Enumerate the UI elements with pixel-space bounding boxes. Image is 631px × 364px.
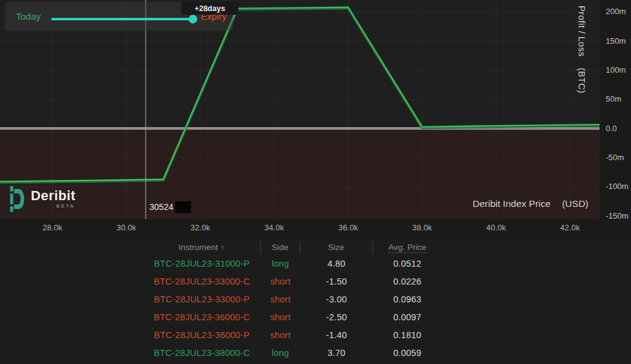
header-size[interactable]: Size [300,241,373,254]
y-tick-label: 200m [606,7,626,16]
header-avg-price[interactable]: Avg. Price [373,241,442,254]
x-tick-label: 42.0k [560,223,580,232]
header-side[interactable]: Side [261,241,300,254]
table-row[interactable]: BTC-28JUL23-38000-C long 3.70 0.0059 [143,344,442,362]
x-tick-label: 34.0k [264,223,284,232]
deribit-position-builder: { "slider": { "today_label": "Today", "e… [0,0,631,364]
brand-name: Deribit [31,189,75,203]
table-row[interactable]: BTC-28JUL23-31000-P long 4.80 0.0512 [143,254,442,272]
y-tick-label: 100m [606,65,626,75]
x-tick-label: 32.0k [190,223,210,232]
avg-price-cell: 0.0059 [373,348,442,358]
x-axis-title: Deribit Index Price (USD) [473,198,588,209]
deribit-watermark: Deribit BETA [6,186,75,212]
time-slider-track[interactable] [51,18,193,20]
side-cell: short [261,277,300,286]
time-slider-handle[interactable] [189,15,197,23]
deribit-logo-icon [6,186,26,212]
x-tick-label: 36.0k [338,223,358,232]
size-cell: 3.70 [300,348,373,358]
table-row[interactable]: BTC-28JUL23-33000-C short -1.50 0.0226 [143,272,442,290]
instrument-cell: BTC-28JUL23-33000-P [143,294,261,304]
beta-badge: BETA [56,203,75,209]
sort-asc-icon: ↑ [221,243,225,252]
x-tick-label: 40.0k [486,223,506,232]
pl-chart-area: 200m150m100m50m0.0-50m-100m-150m Profit … [0,0,631,219]
today-label: Today [16,11,41,22]
crosshair-price-readout: 30524 [149,201,191,213]
y-tick-label: 50m [606,94,621,103]
side-cell: long [261,348,300,358]
side-cell: short [261,330,300,340]
size-cell: 4.80 [300,259,373,269]
redacted-box [175,201,191,213]
avg-price-cell: 0.0097 [373,312,442,322]
avg-price-cell: 0.1810 [373,330,442,340]
y-tick-label: -100m [606,182,629,191]
instrument-cell: BTC-28JUL23-31000-P [143,259,261,269]
x-tick-label: 28.0k [43,223,62,232]
instrument-cell: BTC-28JUL23-38000-C [143,348,261,358]
instrument-cell: BTC-28JUL23-36000-C [143,312,261,322]
y-axis-unit: (BTC) [577,68,587,94]
x-tick-label: 30.0k [116,223,136,232]
crosshair-price-value: 30524 [149,202,173,212]
x-axis-unit: (USD) [562,198,588,209]
y-tick-label: 0.0 [606,124,617,133]
y-axis-title: Profit / Loss (BTC) [577,6,587,110]
size-cell: -1.50 [300,277,373,286]
avg-price-cell: 0.0963 [373,294,442,304]
table-row[interactable]: BTC-28JUL23-33000-P short -3.00 0.0963 [143,290,442,308]
x-axis-ticks: 28.0k30.0k32.0k34.0k36.0k38.0k40.0k42.0k [0,219,631,238]
time-slider-panel: Today Expiry +28days [5,2,233,31]
x-axis-label: Deribit Index Price [473,198,551,209]
y-tick-label: -50m [606,153,624,162]
size-cell: -3.00 [300,294,373,304]
y-axis-ticks: 200m150m100m50m0.0-50m-100m-150m [606,0,631,219]
header-instrument[interactable]: Instrument↑ [143,241,261,254]
y-axis-label: Profit / Loss [577,6,587,57]
avg-price-cell: 0.0226 [373,277,442,286]
size-cell: -1.40 [300,330,373,340]
table-row[interactable]: BTC-28JUL23-36000-P short -1.40 0.1810 [143,326,442,344]
table-header-row: Instrument↑ Side Size Avg. Price [143,241,442,254]
table-row[interactable]: BTC-28JUL23-36000-C short -2.50 0.0097 [143,308,442,326]
side-cell: long [261,259,300,269]
pl-chart-plot[interactable] [0,0,600,219]
instrument-cell: BTC-28JUL23-33000-C [143,277,261,286]
instrument-cell: BTC-28JUL23-36000-P [143,330,261,340]
y-tick-label: 150m [606,36,626,46]
size-cell: -2.50 [300,312,373,322]
side-cell: short [261,312,300,322]
positions-table: Instrument↑ Side Size Avg. Price BTC-28J… [143,241,442,362]
days-offset-tooltip: +28days [181,2,238,15]
avg-price-cell: 0.0512 [373,259,442,269]
side-cell: short [261,294,300,304]
x-tick-label: 38.0k [412,223,432,232]
